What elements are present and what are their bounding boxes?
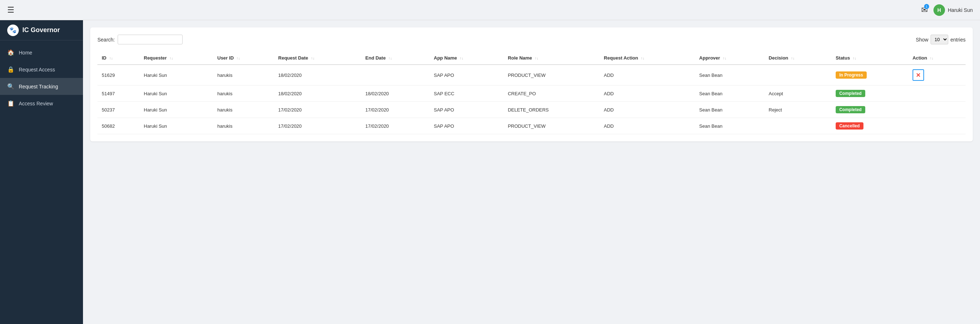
layout: 🐾 IC Governor 🏠 Home 🔒 Request Access 🔍 …	[0, 20, 980, 324]
table-row: 50682Haruki Sunharukis17/02/202017/02/20…	[97, 118, 966, 134]
col-end-date[interactable]: End Date ↑↓	[361, 52, 430, 65]
content-card: Search: Show 10 25 50 entries	[90, 27, 973, 141]
sidebar-item-home[interactable]: 🏠 Home	[0, 44, 83, 61]
sidebar-item-label: Request Access	[19, 67, 55, 73]
status-badge: Cancelled	[836, 122, 864, 130]
cell-app_name: SAP ECC	[430, 86, 503, 102]
cell-request_date: 18/02/2020	[274, 86, 361, 102]
col-action[interactable]: Action ↑↓	[908, 52, 966, 65]
cell-action: ✕	[908, 65, 966, 86]
sidebar-brand: 🐾 IC Governor	[0, 20, 83, 40]
cell-user_id: harukis	[213, 65, 274, 86]
cell-role_name: PRODUCT_VIEW	[503, 118, 599, 134]
cell-approver: Sean Bean	[695, 102, 765, 118]
sort-icon: ↑↓	[460, 56, 463, 60]
sort-icon: ↑↓	[170, 56, 173, 60]
cell-request_action: ADD	[600, 118, 695, 134]
topbar-right: ✉ 1 H Haruki Sun	[921, 4, 973, 16]
cell-app_name: SAP APO	[430, 65, 503, 86]
avatar: H	[934, 4, 945, 16]
entries-label: entries	[950, 37, 966, 43]
cell-user_id: harukis	[213, 102, 274, 118]
cell-app_name: SAP APO	[430, 118, 503, 134]
mail-badge: 1	[924, 4, 929, 9]
sort-icon: ↑↓	[236, 56, 240, 60]
sidebar-item-access-review[interactable]: 📋 Access Review	[0, 95, 83, 112]
cell-action	[908, 102, 966, 118]
cell-approver: Sean Bean	[695, 86, 765, 102]
sidebar-item-label: Access Review	[19, 101, 53, 106]
sort-icon: ↑↓	[641, 56, 644, 60]
cell-status: Cancelled	[831, 118, 908, 134]
col-role-name[interactable]: Role Name ↑↓	[503, 52, 599, 65]
cell-request_action: ADD	[600, 102, 695, 118]
table-body: 51629Haruki Sunharukis18/02/2020SAP APOP…	[97, 65, 966, 134]
topbar: ☰ ✉ 1 H Haruki Sun	[0, 0, 980, 20]
cell-end_date: 17/02/2020	[361, 118, 430, 134]
search-label: Search:	[97, 37, 115, 43]
table-row: 51497Haruki Sunharukis18/02/202018/02/20…	[97, 86, 966, 102]
table-controls: Search: Show 10 25 50 entries	[97, 35, 966, 44]
cell-status: Completed	[831, 86, 908, 102]
brand-icon: 🐾	[7, 25, 19, 36]
cell-action	[908, 118, 966, 134]
cell-id: 51629	[97, 65, 140, 86]
sidebar-item-label: Request Tracking	[19, 84, 58, 89]
cell-requester: Haruki Sun	[140, 118, 213, 134]
cell-role_name: PRODUCT_VIEW	[503, 65, 599, 86]
sort-icon: ↑↓	[853, 56, 856, 60]
col-user-id[interactable]: User ID ↑↓	[213, 52, 274, 65]
cell-request_date: 18/02/2020	[274, 65, 361, 86]
col-status[interactable]: Status ↑↓	[831, 52, 908, 65]
sort-icon: ↑↓	[791, 56, 794, 60]
cell-role_name: DELETE_ORDERS	[503, 102, 599, 118]
cell-approver: Sean Bean	[695, 118, 765, 134]
mail-button[interactable]: ✉ 1	[921, 5, 928, 15]
cell-id: 50237	[97, 102, 140, 118]
cell-decision: Reject	[764, 102, 831, 118]
show-label: Show	[916, 37, 928, 43]
cell-id: 50682	[97, 118, 140, 134]
entries-per-page-select[interactable]: 10 25 50	[931, 35, 948, 44]
status-badge: In Progress	[836, 71, 867, 79]
cell-requester: Haruki Sun	[140, 65, 213, 86]
cell-user_id: harukis	[213, 86, 274, 102]
user-menu[interactable]: H Haruki Sun	[934, 4, 973, 16]
search-area: Search:	[97, 35, 183, 44]
request-tracking-table: ID ↑↓ Requester ↑↓ User ID ↑↓ Request Da…	[97, 52, 966, 134]
status-badge: Completed	[836, 90, 865, 97]
cell-user_id: harukis	[213, 118, 274, 134]
cell-role_name: CREATE_PO	[503, 86, 599, 102]
cell-request_date: 17/02/2020	[274, 118, 361, 134]
sidebar-nav: 🏠 Home 🔒 Request Access 🔍 Request Tracki…	[0, 40, 83, 116]
sidebar-item-request-access[interactable]: 🔒 Request Access	[0, 61, 83, 78]
col-request-date[interactable]: Request Date ↑↓	[274, 52, 361, 65]
cell-end_date: 18/02/2020	[361, 86, 430, 102]
col-requester[interactable]: Requester ↑↓	[140, 52, 213, 65]
home-icon: 🏠	[7, 49, 14, 56]
cell-status: Completed	[831, 102, 908, 118]
cell-request_action: ADD	[600, 65, 695, 86]
sidebar-item-request-tracking[interactable]: 🔍 Request Tracking	[0, 78, 83, 95]
search-input[interactable]	[118, 35, 183, 44]
sort-icon: ↑↓	[930, 56, 934, 60]
clipboard-icon: 📋	[7, 100, 14, 107]
col-id[interactable]: ID ↑↓	[97, 52, 140, 65]
col-approver[interactable]: Approver ↑↓	[695, 52, 765, 65]
cell-end_date: 17/02/2020	[361, 102, 430, 118]
col-decision[interactable]: Decision ↑↓	[764, 52, 831, 65]
sidebar-item-label: Home	[19, 50, 32, 56]
sort-icon: ↑↓	[388, 56, 392, 60]
cell-request_action: ADD	[600, 86, 695, 102]
table-row: 51629Haruki Sunharukis18/02/2020SAP APOP…	[97, 65, 966, 86]
hamburger-icon[interactable]: ☰	[7, 5, 14, 15]
cell-approver: Sean Bean	[695, 65, 765, 86]
col-request-action[interactable]: Request Action ↑↓	[600, 52, 695, 65]
user-name: Haruki Sun	[948, 7, 973, 13]
col-app-name[interactable]: App Name ↑↓	[430, 52, 503, 65]
cancel-action-button[interactable]: ✕	[913, 69, 924, 81]
cell-id: 51497	[97, 86, 140, 102]
cell-app_name: SAP APO	[430, 102, 503, 118]
lock-icon: 🔒	[7, 66, 14, 73]
cell-requester: Haruki Sun	[140, 86, 213, 102]
